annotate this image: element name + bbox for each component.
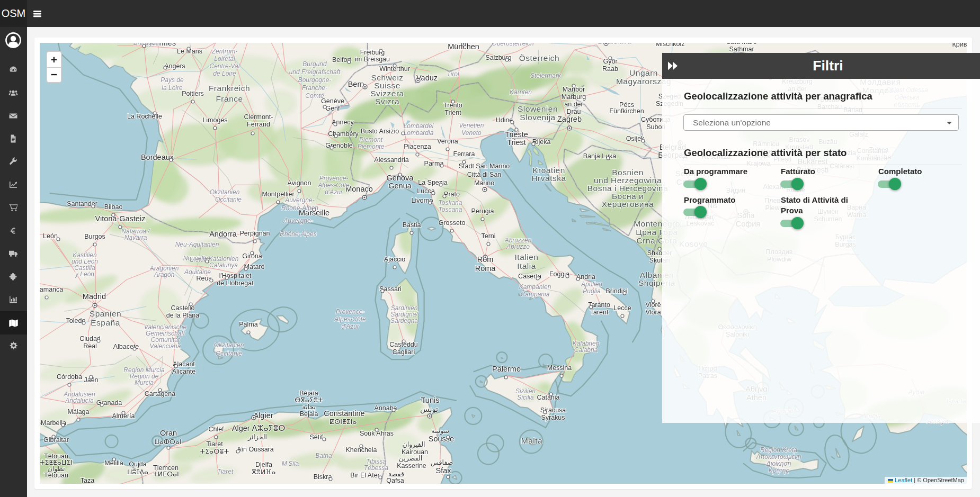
svg-text:Salamanca: Salamanca xyxy=(40,286,63,293)
svg-text:Madrid: Madrid xyxy=(83,292,106,301)
svg-text:SchweizSuisseSvizzeraSvizra: SchweizSuisseSvizzeraSvizra xyxy=(370,73,404,106)
svg-text:Oberösterreich: Oberösterreich xyxy=(492,43,534,47)
svg-text:Andorra: Andorra xyxy=(209,230,237,238)
svg-text:Monaco: Monaco xyxy=(345,185,373,193)
svg-text:Österreich: Österreich xyxy=(519,53,560,62)
svg-text:Gibraltar: Gibraltar xyxy=(43,436,69,444)
svg-text:Bilbao: Bilbao xyxy=(104,203,123,211)
svg-text:KatalonienCatalunya: KatalonienCatalunya xyxy=(209,255,239,269)
svg-text:الجزائر: الجزائر xyxy=(247,433,267,441)
svg-text:TibissaTébessa: TibissaTébessa xyxy=(364,458,388,472)
svg-text:Ferrara: Ferrara xyxy=(453,150,475,158)
svg-text:Djelfaⴵⴻⵍⴼⴰ: Djelfaⴵⴻⵍⴼⴰ xyxy=(252,461,276,476)
svg-text:AragonienAragón: AragonienAragón xyxy=(149,265,179,278)
svg-text:Sousse: Sousse xyxy=(429,435,454,443)
svg-text:Freiburgim Breisgau: Freiburgim Breisgau xyxy=(355,49,390,63)
svg-text:Chlef: Chlef xyxy=(208,426,224,433)
svg-text:l'Hospitaletde Llobregat: l'Hospitaletde Llobregat xyxy=(217,272,254,287)
svg-text:La Rochelle: La Rochelle xyxy=(127,113,162,120)
svg-text:Sfax: Sfax xyxy=(435,466,451,475)
svg-text:Mischkolz: Mischkolz xyxy=(656,43,685,48)
svg-text:Nafarroa /Navarra: Nafarroa /Navarra xyxy=(121,228,150,241)
svg-text:Catania: Catania xyxy=(537,394,559,401)
svg-text:PiemontPiemonte: PiemontPiemonte xyxy=(358,136,385,150)
svg-text:Lecce: Lecce xyxy=(613,304,631,312)
svg-text:Bern: Bern xyxy=(348,80,364,88)
svg-text:León: León xyxy=(43,232,58,240)
svg-text:Rhône-Alpes: Rhône-Alpes xyxy=(280,230,316,238)
svg-text:Tiaret: Tiaret xyxy=(217,468,234,475)
svg-text:VenetienVeneto: VenetienVeneto xyxy=(459,122,484,137)
svg-text:SizilienSicilia: SizilienSicilia xyxy=(515,387,536,401)
svg-text:تونس: تونس xyxy=(420,405,438,414)
svg-text:Ajaccio: Ajaccio xyxy=(384,256,405,263)
svg-text:TrentoTrient: TrentoTrient xyxy=(443,102,462,116)
svg-text:Taza: Taza xyxy=(81,477,94,484)
svg-text:Neu-Aquitanien: Neu-Aquitanien xyxy=(175,241,219,248)
svg-text:ⵇⵙⵏⵟⵉⵏⴰ: ⵇⵙⵏⵟⵉⵏⴰ xyxy=(330,418,357,426)
svg-text:Aquitaine: Aquitaine xyxy=(184,268,211,276)
svg-text:Zagreb: Zagreb xyxy=(557,115,582,123)
svg-text:Okzitanien: Okzitanien xyxy=(210,188,240,196)
svg-text:Córdoba: Córdoba xyxy=(57,373,82,381)
svg-text:Kastilienund LeónCastillay Leó: Kastilienund LeónCastillay León xyxy=(72,251,98,278)
svg-text:SiracusaSyrakus: SiracusaSyrakus xyxy=(540,406,566,421)
svg-text:Poitiers: Poitiers xyxy=(182,90,204,97)
svg-text:Kärnten: Kärnten xyxy=(510,88,532,96)
svg-text:Qafsa: Qafsa xyxy=(386,477,404,484)
svg-text:Busto Arsizio: Busto Arsizio xyxy=(361,128,399,135)
svg-text:ValencianischeGemeinschaftComu: ValencianischeGemeinschaftComunitatValen… xyxy=(144,323,187,350)
svg-text:Málaga: Málaga xyxy=(68,408,90,415)
svg-text:ItalienItalia: ItalienItalia xyxy=(515,252,539,270)
svg-text:سوسة: سوسة xyxy=(431,427,449,435)
svg-text:صفاقس: صفاقس xyxy=(431,459,453,467)
svg-text:Tlemcenⵜⵍⵎⵙⴰⵏ: Tlemcenⵜⵍⵎⵙⴰⵏ xyxy=(153,464,179,478)
svg-text:Tirol: Tirol xyxy=(447,70,459,78)
svg-text:Chambéry: Chambéry xyxy=(328,130,359,138)
svg-text:Limoges: Limoges xyxy=(202,116,227,124)
svg-text:Occitanie: Occitanie xyxy=(215,196,242,203)
svg-text:Castellóde la Plana: Castellóde la Plana xyxy=(166,304,200,319)
svg-text:Messina: Messina xyxy=(547,364,572,372)
svg-text:ⵡⴰⵀⵔⴰⵏ: ⵡⴰⵀⵔⴰⵏ xyxy=(154,438,181,446)
svg-text:Udine: Udine xyxy=(496,116,513,124)
svg-text:Angers: Angers xyxy=(164,62,185,70)
svg-text:Piacenza: Piacenza xyxy=(404,143,431,150)
svg-text:Constantine: Constantine xyxy=(324,409,364,418)
svg-text:Aïn Oussara: Aïn Oussara xyxy=(237,446,274,453)
svg-text:Terni: Terni xyxy=(481,232,495,240)
svg-text:Prato: Prato xyxy=(444,191,460,198)
svg-text:Grosseto: Grosseto xyxy=(439,219,466,227)
svg-text:Tunis: Tunis xyxy=(421,396,440,404)
svg-text:Verona: Verona xyxy=(437,138,458,145)
svg-text:Avignon: Avignon xyxy=(288,179,311,187)
svg-text:TétouanⵜⵉⵟⵟⴰⵡⵉⵏتطوانTétouan: TétouanⵜⵉⵟⵟⴰⵡⵉⵏتطوانTétouan xyxy=(40,453,73,479)
svg-text:Burgos: Burgos xyxy=(84,233,105,240)
svg-text:Grenoble: Grenoble xyxy=(325,142,352,149)
svg-text:Batna: Batna xyxy=(315,452,332,459)
svg-text:Kasserine: Kasserine xyxy=(397,462,426,469)
svg-text:KroatienHrvatska: KroatienHrvatska xyxy=(531,166,566,183)
svg-text:VlorëVlora: VlorëVlora xyxy=(645,301,661,316)
svg-text:Algier: Algier xyxy=(253,411,273,420)
svg-text:Oujdaⵡⵓⵊⴷⴰ: Oujdaⵡⵓⵊⴷⴰ xyxy=(127,460,148,476)
svg-text:M'Sila: M'Sila xyxy=(282,460,299,467)
svg-text:Sétif: Sétif xyxy=(309,433,323,441)
svg-text:Alger ⴷⵣⴰⵢⴻⵔ: Alger ⴷⵣⴰⵢⴻⵔ xyxy=(232,424,286,432)
svg-text:Satu MareSathmar: Satu MareSathmar xyxy=(726,43,757,53)
svg-text:Palma: Palma xyxy=(239,321,257,328)
svg-text:TriesteTriest: TriesteTriest xyxy=(505,130,528,147)
svg-text:Alessandria: Alessandria xyxy=(374,156,408,164)
svg-text:Malta: Malta xyxy=(521,436,542,445)
svg-text:La Spezia: La Spezia xyxy=(418,179,448,186)
svg-text:Криви: Криви xyxy=(952,43,967,48)
svg-text:Bordeaux: Bordeaux xyxy=(141,153,174,161)
svg-text:Reus: Reus xyxy=(196,275,211,282)
svg-text:AbruzzenAbruzzo: AbruzzenAbruzzo xyxy=(504,237,532,250)
svg-text:LombardeiLombardia: LombardeiLombardia xyxy=(404,122,434,137)
svg-text:AndalusienAndalucía: AndalusienAndalucía xyxy=(63,391,95,404)
svg-text:Bratislava: Bratislava xyxy=(598,43,632,45)
svg-text:Pays dela Loire: Pays dela Loire xyxy=(161,76,184,92)
svg-text:Zentrum-LoiretalCentre-Valde L: Zentrum-LoiretalCentre-Valde Loire xyxy=(210,48,240,77)
svg-text:SlowenienSlovenija: SlowenienSlovenija xyxy=(518,104,558,122)
